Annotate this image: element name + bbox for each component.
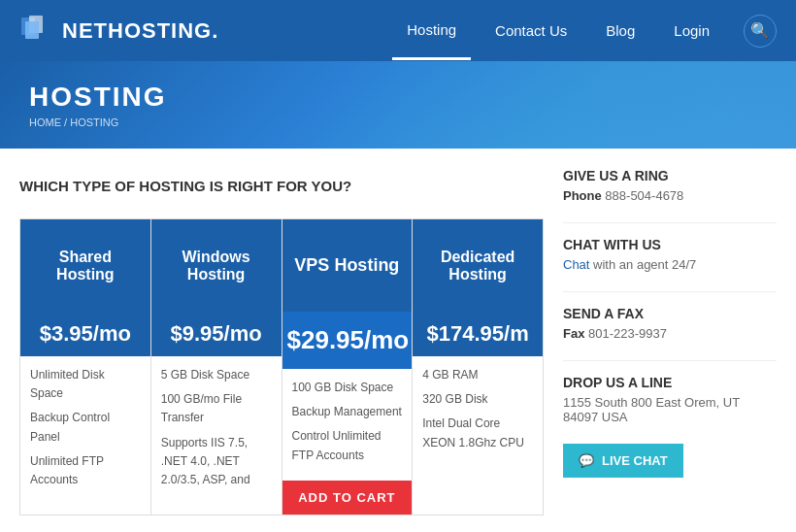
add-to-cart-button[interactable]: ADD TO CART <box>282 481 413 515</box>
sidebar-chat: CHAT WITH US Chat with an agent 24/7 <box>563 237 777 272</box>
section-heading: WHICH TYPE OF HOSTING IS RIGHT FOR YOU? <box>19 168 544 204</box>
breadcrumb-home[interactable]: HOME <box>29 116 61 128</box>
shared-hosting-features: Unlimited Disk Space Backup Control Pane… <box>20 356 150 505</box>
shared-hosting-price: $3.95/mo <box>20 312 150 356</box>
breadcrumb: HOME / HOSTING <box>29 116 767 128</box>
sidebar-phone: GIVE US A RING Phone 888-504-4678 <box>563 168 777 203</box>
dedicated-hosting-col: Dedicated Hosting $174.95/m 4 GB RAM 320… <box>413 218 544 515</box>
sidebar-address-title: DROP US A LINE <box>563 375 777 390</box>
chat-link[interactable]: Chat <box>563 257 589 272</box>
logo: NETHOSTING. <box>19 14 392 49</box>
windows-hosting-type: Windows Hosting <box>151 219 282 312</box>
main-content: WHICH TYPE OF HOSTING IS RIGHT FOR YOU? … <box>0 149 796 532</box>
phone-value: 888-504-4678 <box>605 188 683 203</box>
search-icon: 🔍 <box>750 21 770 40</box>
vps-hosting-label: VPS Hosting <box>294 255 399 276</box>
breadcrumb-current: HOSTING <box>70 116 118 128</box>
hero-banner: HOSTING HOME / HOSTING <box>0 61 796 149</box>
svg-rect-2 <box>25 21 39 39</box>
dedicated-hosting-price: $174.95/m <box>413 312 543 356</box>
sidebar-address-text: 1155 South 800 East Orem, UT 84097 USA <box>563 395 777 424</box>
search-button[interactable]: 🔍 <box>744 15 777 48</box>
nav-contact[interactable]: Contact Us <box>481 3 581 58</box>
dedicated-hosting-features: 4 GB RAM 320 GB Disk Intel Dual Core XEO… <box>413 356 543 468</box>
sidebar-chat-text: Chat with an agent 24/7 <box>563 257 777 272</box>
sidebar-fax-title: SEND A FAX <box>563 306 777 321</box>
dedicated-hosting-label: Dedicated Hosting <box>422 249 533 283</box>
nav-login[interactable]: Login <box>659 3 724 58</box>
nav-links: Hosting Contact Us Blog Login 🔍 <box>392 2 777 60</box>
nav-blog[interactable]: Blog <box>591 3 649 58</box>
live-chat-button[interactable]: 💬 LIVE CHAT <box>563 444 683 478</box>
shared-hosting-col: Shared Hosting $3.95/mo Unlimited Disk S… <box>19 218 151 515</box>
navbar: NETHOSTING. Hosting Contact Us Blog Logi… <box>0 0 796 61</box>
vps-hosting-price: $29.95/mo <box>282 312 413 369</box>
windows-hosting-price: $9.95/mo <box>151 312 282 356</box>
divider-3 <box>563 360 777 361</box>
phone-label: Phone <box>563 188 602 203</box>
sidebar-address: DROP US A LINE 1155 South 800 East Orem,… <box>563 375 777 424</box>
dedicated-hosting-type: Dedicated Hosting <box>413 219 543 312</box>
fax-value: 801-223-9937 <box>588 326 667 341</box>
vps-hosting-type: VPS Hosting <box>282 219 413 312</box>
vps-hosting-col: VPS Hosting $29.95/mo 100 GB Disk Space … <box>282 218 414 515</box>
logo-icon <box>19 14 54 49</box>
sidebar-phone-title: GIVE US A RING <box>563 168 777 183</box>
vps-hosting-features: 100 GB Disk Space Backup Management Cont… <box>282 369 413 481</box>
nav-hosting[interactable]: Hosting <box>392 2 471 60</box>
sidebar-chat-title: CHAT WITH US <box>563 237 777 252</box>
chat-value: with an agent 24/7 <box>593 257 696 272</box>
windows-hosting-label: Windows Hosting <box>161 249 272 283</box>
shared-hosting-type: Shared Hosting <box>20 219 150 312</box>
hosting-section: WHICH TYPE OF HOSTING IS RIGHT FOR YOU? … <box>19 168 544 515</box>
fax-label: Fax <box>563 326 584 341</box>
windows-hosting-features: 5 GB Disk Space 100 GB/mo File Transfer … <box>151 356 282 505</box>
page-title: HOSTING <box>29 82 767 113</box>
live-chat-icon: 💬 <box>579 453 594 468</box>
sidebar-fax-text: Fax 801-223-9937 <box>563 326 777 341</box>
sidebar-fax: SEND A FAX Fax 801-223-9937 <box>563 306 777 341</box>
hosting-grid: Shared Hosting $3.95/mo Unlimited Disk S… <box>19 218 544 515</box>
windows-hosting-col: Windows Hosting $9.95/mo 5 GB Disk Space… <box>151 218 282 515</box>
breadcrumb-sep: / <box>64 116 67 128</box>
divider-2 <box>563 291 777 292</box>
live-chat-label: LIVE CHAT <box>602 453 668 468</box>
sidebar-phone-text: Phone 888-504-4678 <box>563 188 777 203</box>
shared-hosting-label: Shared Hosting <box>30 249 141 283</box>
logo-text: NETHOSTING. <box>62 18 218 44</box>
divider-1 <box>563 222 777 223</box>
sidebar: GIVE US A RING Phone 888-504-4678 CHAT W… <box>563 168 777 515</box>
